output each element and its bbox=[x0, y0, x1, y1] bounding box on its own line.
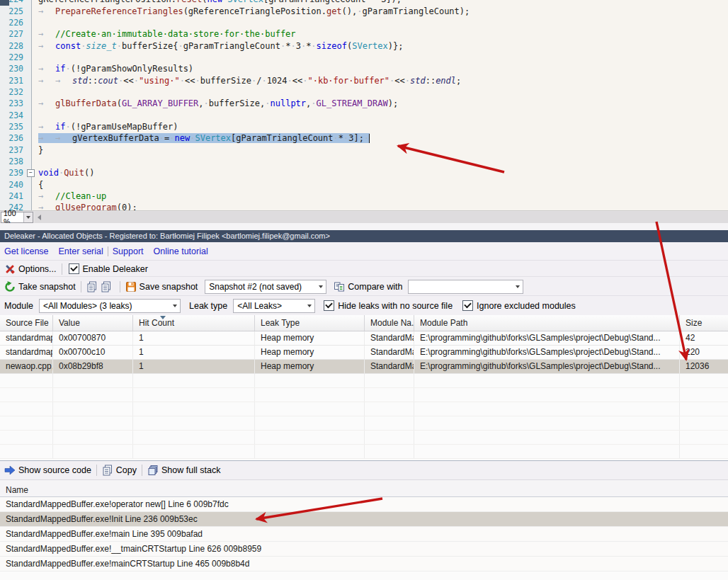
copy-button[interactable]: Copy bbox=[116, 465, 137, 475]
line-number: 232 bbox=[0, 87, 23, 97]
copy-all-leaks-icon[interactable] bbox=[101, 281, 112, 292]
column-header[interactable]: Hit Count bbox=[133, 315, 255, 331]
code-line[interactable]: 237} bbox=[0, 144, 728, 155]
code-line[interactable]: 231→→std::cout·<<·"using·"·<<·bufferSize… bbox=[0, 74, 728, 86]
show-source-code-button[interactable]: Show source code bbox=[18, 465, 91, 475]
table-cell bbox=[133, 431, 255, 444]
get-license-link[interactable]: Get license bbox=[4, 246, 49, 256]
code-line[interactable]: 236→→gVertexBufferData·=·new·SVertex[gPa… bbox=[0, 132, 728, 144]
ignore-excluded-label[interactable]: Ignore excluded modules bbox=[477, 301, 576, 311]
table-cell bbox=[133, 416, 255, 430]
fold-marker-icon[interactable]: − bbox=[27, 169, 35, 177]
take-snapshot-button[interactable]: Take snapshot bbox=[18, 282, 76, 292]
table-cell bbox=[365, 388, 414, 402]
code-line[interactable]: 224gReferenceTrianglePosition.reset(new·… bbox=[0, 0, 728, 5]
stack-row[interactable]: StandardMappedBuffer.exe!main Line 395 0… bbox=[0, 527, 728, 542]
code-line[interactable]: 227→//Create·an·immutable·data·store·for… bbox=[0, 28, 728, 40]
code-line[interactable]: 239−void·Quit() bbox=[0, 167, 728, 178]
column-header[interactable]: Source File bbox=[0, 315, 53, 331]
compare-with-button[interactable]: Compare with bbox=[348, 282, 402, 292]
code-line[interactable]: 233→glBufferData(GL_ARRAY_BUFFER,·buffer… bbox=[0, 98, 728, 109]
ignore-excluded-checkbox[interactable] bbox=[462, 300, 473, 311]
code-line[interactable]: 240{ bbox=[0, 179, 728, 191]
column-header[interactable]: Module Path bbox=[414, 315, 680, 331]
code-text: →if·(!gParamShowOnlyResults) bbox=[38, 64, 728, 74]
copy-icon bbox=[102, 465, 113, 476]
scroll-left-icon[interactable] bbox=[38, 215, 41, 220]
enter-serial-link[interactable]: Enter serial bbox=[59, 246, 103, 256]
table-cell: 220 bbox=[680, 346, 728, 359]
support-link[interactable]: Support bbox=[113, 246, 144, 256]
chevron-down-icon[interactable] bbox=[512, 285, 523, 288]
code-line[interactable]: 226 bbox=[0, 17, 728, 28]
table-cell: Heap memory bbox=[255, 346, 365, 359]
table-empty-row[interactable] bbox=[0, 431, 728, 445]
snapshot-combo[interactable]: Snapshot #2 (not saved) bbox=[205, 280, 326, 294]
code-text: →//Clean-up bbox=[38, 191, 728, 201]
column-header[interactable]: Module Na... bbox=[365, 315, 414, 331]
line-number: 236 bbox=[0, 133, 23, 143]
leaks-table-header[interactable]: Source File Value Hit Count Leak Type Mo… bbox=[0, 315, 728, 331]
chevron-down-icon[interactable] bbox=[315, 285, 326, 288]
module-filter-combo[interactable]: <All Modules> (3 leaks) bbox=[39, 299, 181, 313]
table-cell bbox=[414, 402, 680, 416]
table-cell bbox=[365, 416, 414, 430]
zoom-dropdown-button[interactable] bbox=[23, 212, 33, 222]
table-cell: E:\programming\github\forks\GLSamples\pr… bbox=[414, 346, 680, 359]
code-line[interactable]: 238 bbox=[0, 156, 728, 167]
code-line[interactable]: 235→if·(!gParamUseMapBuffer) bbox=[0, 121, 728, 132]
stack-name-header[interactable]: Name bbox=[0, 480, 728, 497]
table-cell: standardmappe... bbox=[0, 331, 53, 345]
code-line[interactable]: 232 bbox=[0, 86, 728, 98]
table-empty-row[interactable] bbox=[0, 416, 728, 431]
hide-leaks-checkbox[interactable] bbox=[324, 300, 334, 311]
chevron-down-icon[interactable] bbox=[304, 305, 314, 307]
options-button[interactable]: Options... bbox=[18, 264, 57, 274]
horizontal-scrollbar[interactable] bbox=[35, 212, 728, 223]
code-text: →PrepareReferenceTriangles(gReferenceTri… bbox=[38, 6, 728, 16]
stack-row[interactable]: StandardMappedBuffer.exe!Init Line 236 0… bbox=[0, 512, 728, 527]
table-cell bbox=[680, 416, 728, 430]
code-line[interactable]: 225→PrepareReferenceTriangles(gReference… bbox=[0, 5, 728, 16]
table-cell: 1 bbox=[133, 346, 255, 359]
table-empty-row[interactable] bbox=[0, 374, 728, 388]
code-line[interactable]: 242→glUseProgram(0); bbox=[0, 202, 728, 210]
table-row[interactable]: standardmappe...0x00700c101Heap memorySt… bbox=[0, 346, 728, 360]
leak-type-combo[interactable]: <All Leaks> bbox=[233, 299, 315, 313]
save-snapshot-button[interactable]: Save snapshot bbox=[140, 282, 198, 292]
code-line[interactable]: 228→const·size_t·bufferSize{·gParamTrian… bbox=[0, 40, 728, 51]
column-header[interactable]: Value bbox=[53, 315, 133, 331]
table-row[interactable]: standardmappe...0x007008701Heap memorySt… bbox=[0, 331, 728, 346]
table-cell bbox=[53, 416, 133, 430]
hide-leaks-label[interactable]: Hide leaks with no source file bbox=[338, 301, 453, 311]
chevron-down-icon[interactable] bbox=[169, 305, 180, 307]
table-empty-row[interactable] bbox=[0, 445, 728, 459]
show-full-stack-button[interactable]: Show full stack bbox=[161, 465, 220, 475]
enable-deleaker-checkbox[interactable] bbox=[69, 263, 79, 274]
copy-leak-icon[interactable] bbox=[86, 281, 98, 292]
deleaker-title-bar: Deleaker - Allocated Objects - Registere… bbox=[0, 230, 728, 242]
table-cell bbox=[255, 431, 365, 444]
table-cell bbox=[414, 445, 680, 458]
stack-row[interactable]: StandardMappedBuffer.exe!__tmainCRTStart… bbox=[0, 542, 728, 557]
table-cell: E:\programming\github\forks\GLSamples\pr… bbox=[414, 331, 680, 345]
column-header[interactable]: Leak Type bbox=[255, 315, 365, 331]
enable-deleaker-label[interactable]: Enable Deleaker bbox=[83, 264, 148, 274]
code-line[interactable]: 241→//Clean-up bbox=[0, 191, 728, 202]
checkmark-icon bbox=[70, 264, 78, 272]
table-row[interactable]: newaop.cpp, lin...0x08b29bf81Heap memory… bbox=[0, 360, 728, 374]
table-empty-row[interactable] bbox=[0, 402, 728, 416]
zoom-level-combo[interactable]: 100 % bbox=[1, 212, 33, 223]
online-tutorial-link[interactable]: Online tutorial bbox=[154, 246, 208, 256]
compare-with-combo[interactable] bbox=[408, 280, 523, 294]
code-line[interactable]: 229 bbox=[0, 52, 728, 63]
table-empty-row[interactable] bbox=[0, 388, 728, 402]
stack-row[interactable]: StandardMappedBuffer.exe!operator new[] … bbox=[0, 497, 728, 512]
code-line[interactable]: 230→if·(!gParamShowOnlyResults) bbox=[0, 63, 728, 74]
table-cell bbox=[0, 402, 53, 416]
stack-row[interactable]: StandardMappedBuffer.exe!mainCRTStartup … bbox=[0, 557, 728, 572]
code-line[interactable]: 234 bbox=[0, 109, 728, 120]
code-editor[interactable]: 224gReferenceTrianglePosition.reset(new·… bbox=[0, 0, 728, 210]
snapshot-combo-value: Snapshot #2 (not saved) bbox=[205, 282, 315, 292]
column-header[interactable]: Size bbox=[680, 315, 728, 331]
